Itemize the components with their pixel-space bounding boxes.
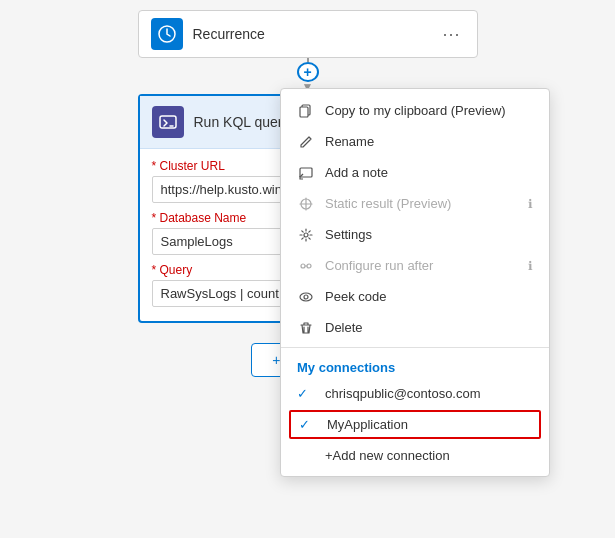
connection-item-1[interactable]: ✓ chrisqpublic@contoso.com: [281, 379, 549, 408]
menu-item-delete[interactable]: Delete: [281, 312, 549, 343]
connection-2-check-icon: ✓: [299, 417, 317, 432]
rename-icon: [297, 135, 315, 149]
configure-run-after-icon: [297, 259, 315, 273]
canvas: Recurrence ··· + ▼ Run KQL query ··· * C…: [0, 0, 615, 538]
configure-run-after-info-icon: ℹ: [528, 259, 533, 273]
my-connections-section-title: My connections: [281, 352, 549, 379]
menu-copy-clipboard-label: Copy to my clipboard (Preview): [325, 103, 506, 118]
svg-point-7: [301, 264, 305, 268]
svg-point-8: [307, 264, 311, 268]
menu-item-static-result[interactable]: Static result (Preview) ℹ: [281, 188, 549, 219]
menu-item-settings[interactable]: Settings: [281, 219, 549, 250]
svg-point-6: [304, 233, 308, 237]
recurrence-block[interactable]: Recurrence ···: [138, 10, 478, 58]
menu-configure-run-after-label: Configure run after: [325, 258, 433, 273]
static-result-icon: [297, 197, 315, 211]
connection-item-2[interactable]: ✓ MyApplication: [289, 410, 541, 439]
settings-icon: [297, 228, 315, 242]
svg-rect-3: [300, 107, 308, 117]
menu-item-add-note[interactable]: Add a note: [281, 157, 549, 188]
menu-static-result-label: Static result (Preview): [325, 196, 451, 211]
recurrence-icon: [151, 18, 183, 50]
connection-1-check-icon: ✓: [297, 386, 315, 401]
delete-icon: [297, 321, 315, 335]
recurrence-ellipsis-button[interactable]: ···: [438, 20, 464, 49]
static-result-info-icon: ℹ: [528, 197, 533, 211]
kql-icon: [152, 106, 184, 138]
menu-add-note-label: Add a note: [325, 165, 388, 180]
svg-point-9: [300, 293, 312, 301]
menu-item-peek-code[interactable]: Peek code: [281, 281, 549, 312]
svg-point-10: [304, 295, 308, 299]
menu-divider: [281, 347, 549, 348]
menu-item-copy-clipboard[interactable]: Copy to my clipboard (Preview): [281, 95, 549, 126]
add-note-icon: [297, 166, 315, 180]
connection-2-label: MyApplication: [327, 417, 408, 432]
connection-1-label: chrisqpublic@contoso.com: [325, 386, 481, 401]
context-menu: Copy to my clipboard (Preview) Rename Ad…: [280, 88, 550, 477]
menu-item-rename[interactable]: Rename: [281, 126, 549, 157]
menu-delete-label: Delete: [325, 320, 363, 335]
recurrence-title: Recurrence: [193, 26, 439, 42]
add-step-button[interactable]: +: [297, 62, 319, 82]
menu-item-configure-run-after[interactable]: Configure run after ℹ: [281, 250, 549, 281]
menu-rename-label: Rename: [325, 134, 374, 149]
menu-peek-code-label: Peek code: [325, 289, 386, 304]
add-new-connection-button[interactable]: +Add new connection: [281, 441, 549, 470]
menu-settings-label: Settings: [325, 227, 372, 242]
copy-clipboard-icon: [297, 104, 315, 118]
peek-code-icon: [297, 290, 315, 304]
